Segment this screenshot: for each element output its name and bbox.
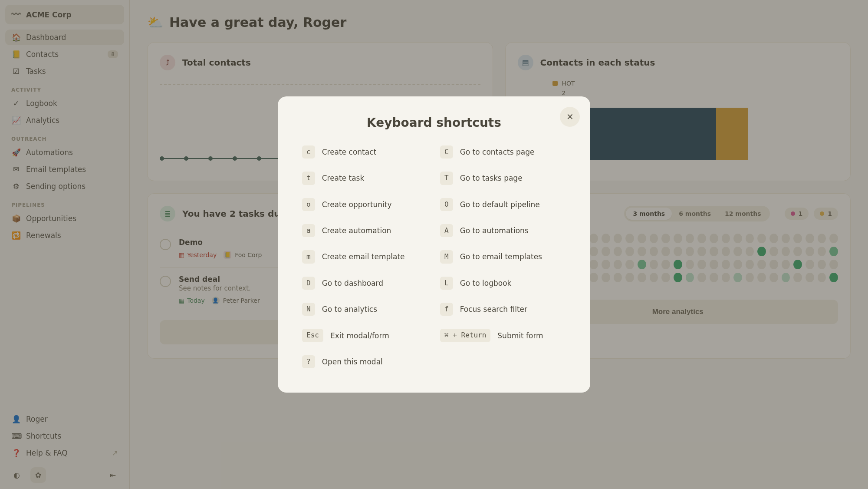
shortcut-key: ? xyxy=(302,355,315,368)
close-icon: ✕ xyxy=(566,112,574,122)
shortcut-row: Esc Exit modal/form xyxy=(302,329,428,342)
shortcut-row: m Create email template xyxy=(302,250,428,263)
shortcut-label: Go to tasks page xyxy=(460,174,523,182)
shortcuts-modal: ✕ Keyboard shortcuts c Create contactC G… xyxy=(278,96,590,393)
shortcut-label: Go to dashboard xyxy=(322,279,383,287)
shortcut-label: Create opportunity xyxy=(322,200,392,209)
shortcut-key: t xyxy=(302,172,315,185)
shortcut-label: Submit form xyxy=(497,331,543,340)
shortcut-label: Open this modal xyxy=(322,357,383,366)
shortcut-row: c Create contact xyxy=(302,145,428,159)
shortcut-key: Esc xyxy=(302,329,323,342)
shortcut-label: Create email template xyxy=(322,252,405,261)
shortcut-row: A Go to automations xyxy=(440,224,566,237)
shortcut-label: Create task xyxy=(322,174,365,182)
shortcut-row: a Create automation xyxy=(302,224,428,237)
shortcut-row: N Go to analytics xyxy=(302,303,428,316)
shortcut-key: T xyxy=(440,172,453,185)
shortcut-label: Go to default pipeline xyxy=(460,200,540,209)
shortcut-row: f Focus search filter xyxy=(440,303,566,316)
shortcut-label: Go to analytics xyxy=(322,305,377,314)
shortcut-key: N xyxy=(302,303,315,316)
shortcut-row: t Create task xyxy=(302,172,428,185)
shortcut-key: f xyxy=(440,303,453,316)
shortcut-key: m xyxy=(302,250,315,263)
shortcut-key: ⌘ + Return xyxy=(440,329,490,342)
shortcut-row: ⌘ + Return Submit form xyxy=(440,329,566,342)
shortcut-key: c xyxy=(302,145,315,159)
shortcut-key: C xyxy=(440,145,453,159)
shortcut-label: Go to contacts page xyxy=(460,148,535,156)
shortcut-row: D Go to dashboard xyxy=(302,277,428,290)
shortcut-key: O xyxy=(440,198,453,211)
shortcut-key: A xyxy=(440,224,453,237)
shortcut-key: D xyxy=(302,277,315,290)
shortcut-row: ? Open this modal xyxy=(302,355,428,368)
shortcut-label: Go to email templates xyxy=(460,252,542,261)
shortcut-label: Create automation xyxy=(322,226,391,235)
shortcut-row: O Go to default pipeline xyxy=(440,198,566,211)
shortcut-key: M xyxy=(440,250,453,263)
close-button[interactable]: ✕ xyxy=(560,107,580,127)
shortcut-label: Go to logbook xyxy=(460,279,512,287)
shortcut-label: Exit modal/form xyxy=(330,331,389,340)
shortcut-label: Focus search filter xyxy=(460,305,527,314)
shortcuts-list: c Create contactC Go to contacts paget C… xyxy=(302,145,566,369)
modal-title: Keyboard shortcuts xyxy=(302,116,566,130)
shortcut-row: C Go to contacts page xyxy=(440,145,566,159)
shortcut-label: Create contact xyxy=(322,148,377,156)
shortcut-key: L xyxy=(440,277,453,290)
shortcut-row: o Create opportunity xyxy=(302,198,428,211)
shortcut-key: a xyxy=(302,224,315,237)
shortcut-label: Go to automations xyxy=(460,226,529,235)
shortcut-row: T Go to tasks page xyxy=(440,172,566,185)
shortcut-row: M Go to email templates xyxy=(440,250,566,263)
shortcut-row: L Go to logbook xyxy=(440,277,566,290)
shortcut-key: o xyxy=(302,198,315,211)
modal-scrim[interactable]: ✕ Keyboard shortcuts c Create contactC G… xyxy=(0,0,868,489)
